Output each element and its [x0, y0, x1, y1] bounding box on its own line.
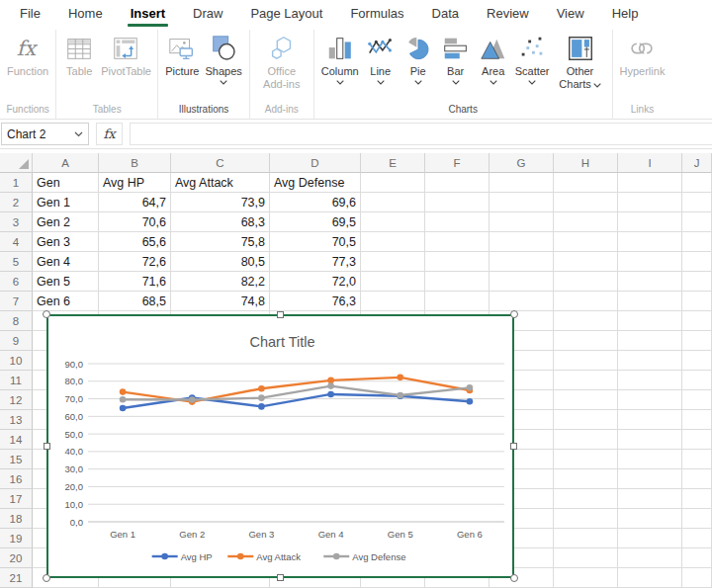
column-header-F[interactable]: F — [425, 153, 490, 173]
tab-home[interactable]: Home — [54, 0, 117, 28]
row-header-4[interactable]: 4 — [0, 232, 33, 252]
cell-J10[interactable] — [682, 351, 712, 371]
row-header-11[interactable]: 11 — [0, 371, 33, 390]
line-button[interactable]: Line — [362, 32, 400, 86]
select-all-corner[interactable] — [0, 153, 33, 173]
cell-I17[interactable] — [618, 489, 682, 509]
column-header-A[interactable]: A — [33, 153, 99, 173]
cell-H20[interactable] — [554, 548, 618, 568]
row-header-17[interactable]: 17 — [0, 489, 33, 509]
cell-J3[interactable] — [682, 212, 712, 232]
cell-B5[interactable]: 72,6 — [99, 252, 171, 272]
cell-B4[interactable]: 65,6 — [99, 232, 171, 252]
shapes-button[interactable]: Shapes — [202, 32, 244, 86]
resize-handle-left[interactable] — [44, 443, 50, 450]
cell-J13[interactable] — [682, 410, 712, 430]
cell-H21[interactable] — [554, 568, 618, 588]
row-header-21[interactable]: 21 — [0, 568, 33, 588]
row-header-18[interactable]: 18 — [0, 509, 33, 529]
cell-D1[interactable]: Avg Defense — [270, 173, 361, 193]
row-header-19[interactable]: 19 — [0, 529, 33, 548]
row-header-15[interactable]: 15 — [0, 450, 33, 469]
cell-A4[interactable]: Gen 3 — [33, 232, 99, 252]
cell-C7[interactable]: 74,8 — [171, 292, 270, 311]
cell-J21[interactable] — [682, 568, 712, 588]
cell-H15[interactable] — [554, 450, 618, 469]
name-box[interactable]: Chart 2 — [1, 123, 89, 145]
cell-H12[interactable] — [554, 390, 618, 410]
tab-formulas[interactable]: Formulas — [336, 0, 417, 28]
row-header-13[interactable]: 13 — [0, 410, 33, 430]
row-header-20[interactable]: 20 — [0, 548, 33, 568]
cell-I10[interactable] — [618, 351, 682, 371]
cell-I20[interactable] — [618, 548, 682, 568]
cell-H4[interactable] — [554, 232, 618, 252]
cell-J2[interactable] — [682, 193, 712, 212]
tab-help[interactable]: Help — [598, 0, 653, 28]
row-header-1[interactable]: 1 — [0, 173, 33, 193]
row-header-9[interactable]: 9 — [0, 331, 33, 351]
resize-handle-bottom-right[interactable] — [510, 574, 518, 582]
cell-J4[interactable] — [682, 232, 712, 252]
cell-G2[interactable] — [490, 193, 554, 212]
cell-F7[interactable] — [425, 292, 490, 311]
scatter-button[interactable]: Scatter — [512, 32, 553, 86]
resize-handle-bottom-left[interactable] — [43, 574, 50, 582]
column-header-B[interactable]: B — [99, 153, 171, 173]
area-button[interactable]: Area — [475, 32, 512, 86]
tab-insert[interactable]: Insert — [117, 0, 179, 28]
column-header-I[interactable]: I — [618, 153, 682, 173]
cell-I12[interactable] — [618, 390, 682, 410]
cell-C2[interactable]: 73,9 — [171, 193, 270, 212]
tab-view[interactable]: View — [543, 0, 598, 28]
cell-H5[interactable] — [554, 252, 618, 272]
cell-H7[interactable] — [554, 292, 618, 311]
cell-D6[interactable]: 72,0 — [270, 272, 361, 292]
row-header-12[interactable]: 12 — [0, 390, 33, 410]
resize-handle-bottom[interactable] — [277, 574, 284, 581]
pie-button[interactable]: Pie — [400, 32, 437, 86]
cell-E6[interactable] — [361, 272, 425, 292]
cell-I3[interactable] — [618, 212, 682, 232]
resize-handle-top-right[interactable] — [510, 310, 518, 318]
cell-I15[interactable] — [618, 450, 682, 469]
cell-C1[interactable]: Avg Attack — [171, 173, 270, 193]
cell-J18[interactable] — [682, 509, 712, 529]
chart-object[interactable]: 0,010,020,030,040,050,060,070,080,090,0G… — [46, 314, 514, 578]
cell-E5[interactable] — [361, 252, 425, 272]
cell-F3[interactable] — [425, 212, 490, 232]
cell-B7[interactable]: 68,5 — [99, 292, 171, 311]
cell-H13[interactable] — [554, 410, 618, 430]
cell-F6[interactable] — [425, 272, 490, 292]
cell-D5[interactable]: 77,3 — [270, 252, 361, 272]
cell-E1[interactable] — [361, 173, 425, 193]
cell-G5[interactable] — [490, 252, 554, 272]
cell-J17[interactable] — [682, 489, 712, 509]
cell-A2[interactable]: Gen 1 — [33, 193, 99, 212]
tab-draw[interactable]: Draw — [179, 0, 236, 28]
cell-I9[interactable] — [618, 331, 682, 351]
cell-I16[interactable] — [618, 469, 682, 489]
resize-handle-top[interactable] — [277, 311, 284, 318]
formula-input[interactable] — [130, 123, 712, 145]
cell-I4[interactable] — [618, 232, 682, 252]
cell-J19[interactable] — [682, 529, 712, 548]
column-header-C[interactable]: C — [171, 153, 270, 173]
cell-J1[interactable] — [682, 173, 712, 193]
cell-B2[interactable]: 64,7 — [99, 193, 171, 212]
resize-handle-right[interactable] — [510, 443, 517, 450]
cell-I7[interactable] — [618, 292, 682, 311]
cell-H14[interactable] — [554, 430, 618, 450]
cell-E7[interactable] — [361, 292, 425, 311]
row-header-8[interactable]: 8 — [0, 311, 33, 331]
column-header-J[interactable]: J — [682, 153, 712, 173]
column-header-E[interactable]: E — [361, 153, 425, 173]
row-header-3[interactable]: 3 — [0, 212, 33, 232]
cell-E2[interactable] — [361, 193, 425, 212]
cell-J5[interactable] — [682, 252, 712, 272]
cell-A5[interactable]: Gen 4 — [33, 252, 99, 272]
cell-F1[interactable] — [425, 173, 490, 193]
cell-J9[interactable] — [682, 331, 712, 351]
cell-I14[interactable] — [618, 430, 682, 450]
column-header-G[interactable]: G — [490, 153, 554, 173]
